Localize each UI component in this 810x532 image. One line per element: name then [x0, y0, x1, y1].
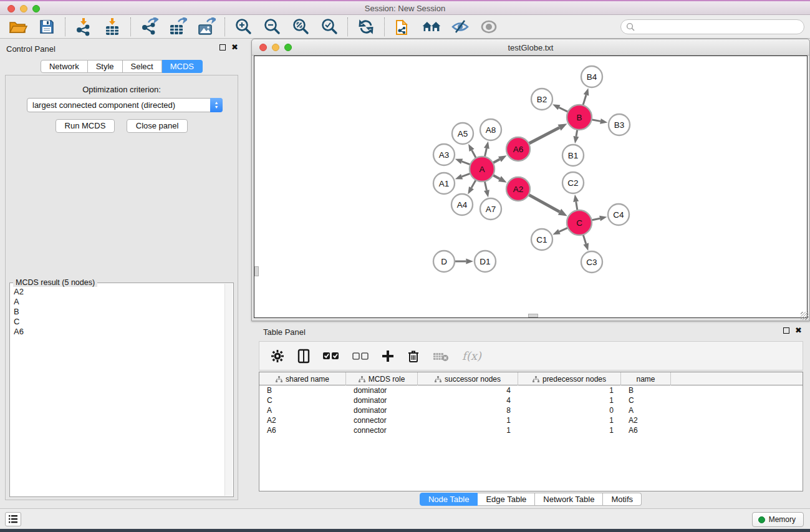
close-panel-button[interactable]: Close panel [127, 119, 188, 133]
zoom-out-icon[interactable] [262, 17, 282, 36]
graph-node-A7[interactable]: A7 [480, 198, 501, 220]
resize-grip-icon[interactable] [801, 312, 809, 320]
close-panel-icon[interactable]: ✖ [231, 44, 238, 51]
table-cell[interactable]: 0 [518, 405, 621, 415]
select-all-checks-icon[interactable] [323, 347, 339, 365]
import-network-icon[interactable] [74, 17, 94, 36]
graph-node-A1[interactable]: A1 [433, 173, 455, 194]
graph-node-A6[interactable]: A6 [506, 137, 530, 161]
table-cell[interactable]: 1 [518, 415, 621, 425]
table-cell[interactable]: A6 [621, 425, 671, 435]
graph-edge-C-C1[interactable] [559, 228, 568, 231]
graph-node-A5[interactable]: A5 [452, 123, 473, 144]
run-mcds-button[interactable]: Run MCDS [55, 119, 115, 133]
graph-edge-A-A7[interactable] [485, 181, 486, 191]
network-canvas[interactable]: B4B2BB3A8A5A6A3B1AC2A1A2A4A7C4CC1DD1C3 [254, 56, 808, 318]
table-cell[interactable]: connector [346, 415, 418, 425]
mcds-result-item[interactable]: A6 [14, 327, 222, 337]
graph-node-B1[interactable]: B1 [562, 145, 584, 166]
eye-slash-icon[interactable] [450, 17, 470, 36]
mcds-result-item[interactable]: C [14, 317, 222, 327]
tab-motifs[interactable]: Motifs [603, 493, 642, 506]
add-column-icon[interactable] [382, 347, 394, 365]
graph-edge-C-C4[interactable] [592, 218, 600, 220]
tab-edge-table[interactable]: Edge Table [478, 493, 535, 506]
deselect-all-checks-icon[interactable] [352, 347, 369, 365]
graph-edge-C-C3[interactable] [583, 235, 586, 244]
graph-edge-A-A3[interactable] [462, 162, 471, 165]
column-header-successor-nodes[interactable]: successor nodes [418, 372, 518, 385]
search-input[interactable] [635, 21, 804, 32]
table-cell[interactable]: 1 [518, 395, 621, 405]
graph-node-C1[interactable]: C1 [531, 229, 552, 250]
refresh-icon[interactable] [356, 17, 376, 36]
table-cell[interactable]: 1 [518, 385, 621, 395]
table-cell[interactable]: A [259, 405, 346, 415]
graph-node-C2[interactable]: C2 [562, 172, 584, 193]
tab-network[interactable]: Network [41, 60, 88, 73]
export-network-icon[interactable] [139, 17, 159, 36]
table-cell[interactable]: dominator [346, 405, 418, 415]
graph-node-D1[interactable]: D1 [475, 251, 496, 272]
export-image-icon[interactable] [196, 17, 216, 36]
tab-node-table[interactable]: Node Table [420, 493, 478, 506]
column-header-shared-name[interactable]: shared name [259, 372, 346, 385]
graph-node-A4[interactable]: A4 [451, 194, 473, 215]
graph-edge-B-B2[interactable] [559, 107, 568, 112]
graph-edge-C-C2[interactable] [576, 201, 577, 210]
graph-edge-A-A6[interactable] [493, 159, 500, 163]
table-cell[interactable]: dominator [346, 395, 418, 405]
graph-node-B2[interactable]: B2 [531, 89, 552, 110]
new-network-from-selection-icon[interactable] [393, 17, 413, 36]
table-cell[interactable]: 1 [518, 425, 621, 435]
graph-node-A[interactable]: A [470, 157, 494, 181]
column-header-MCDS-role[interactable]: MCDS role [346, 372, 418, 385]
network-window-titlebar[interactable]: testGlobe.txt [252, 39, 809, 56]
result-scrollbar[interactable] [224, 284, 233, 496]
float-panel-icon[interactable] [219, 44, 226, 51]
tab-mcds[interactable]: MCDS [162, 60, 203, 73]
table-cell[interactable]: A6 [259, 425, 346, 435]
export-table-icon[interactable] [168, 17, 188, 36]
vertical-scrollbar-stub[interactable] [254, 266, 259, 276]
show-panels-button[interactable] [5, 512, 21, 526]
zoom-fit-icon[interactable] [291, 17, 311, 36]
graph-node-A3[interactable]: A3 [433, 144, 455, 165]
graph-edge-A-A2[interactable] [493, 175, 500, 179]
import-table-icon[interactable] [102, 17, 122, 36]
table-cell[interactable]: dominator [346, 385, 418, 395]
delete-column-icon[interactable] [407, 347, 420, 365]
close-table-panel-icon[interactable]: ✖ [795, 327, 802, 334]
table-cell[interactable]: 1 [418, 425, 518, 435]
float-table-panel-icon[interactable] [783, 327, 789, 334]
graph-edge-A-A5[interactable] [472, 150, 476, 158]
horizontal-scrollbar-stub[interactable] [528, 314, 538, 317]
settings-gear-icon[interactable] [271, 347, 284, 365]
column-header-name[interactable]: name [621, 372, 671, 385]
function-builder-icon[interactable]: f(x) [462, 347, 481, 365]
table-cell[interactable]: 4 [418, 385, 518, 395]
table-cell[interactable]: A2 [259, 415, 346, 425]
graph-edge-A-A1[interactable] [462, 173, 471, 177]
table-cell[interactable]: B [259, 385, 346, 395]
table-cell[interactable]: connector [346, 425, 418, 435]
graph-edge-B-B1[interactable] [576, 130, 577, 137]
table-cell[interactable]: C [621, 395, 671, 405]
mcds-result-item[interactable]: A [14, 297, 222, 307]
column-header-predecessor-nodes[interactable]: predecessor nodes [518, 372, 621, 385]
zoom-in-icon[interactable] [233, 17, 253, 36]
table-cell[interactable]: A [621, 405, 671, 415]
graph-edge-A6-B[interactable] [529, 128, 559, 144]
open-folder-icon[interactable] [8, 17, 28, 36]
mcds-result-item[interactable]: A2 [14, 287, 222, 297]
memory-button[interactable]: Memory [752, 512, 804, 527]
graph-edge-A2-C[interactable] [529, 195, 560, 211]
graph-edge-A-A4[interactable] [471, 180, 476, 188]
graph-node-B[interactable]: B [567, 105, 592, 130]
zoom-selected-icon[interactable] [319, 17, 339, 36]
delete-table-icon[interactable] [433, 347, 449, 365]
graph-edge-A-A8[interactable] [485, 148, 486, 157]
toolbar-search[interactable] [620, 19, 804, 34]
graph-node-B4[interactable]: B4 [581, 66, 602, 87]
graph-edge-B-B3[interactable] [592, 120, 600, 122]
